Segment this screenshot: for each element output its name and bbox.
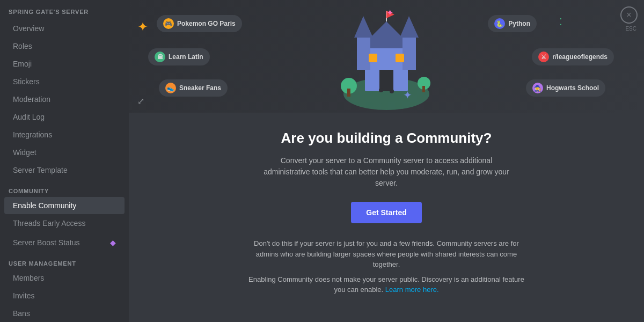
community-section-label: COMMUNITY <box>0 179 129 196</box>
svg-point-15 <box>390 89 394 93</box>
server-chip-pokemon: 🎮 Pokemon GO Paris <box>157 15 242 32</box>
sidebar-item-invites[interactable]: Invites <box>4 287 125 304</box>
svg-point-14 <box>379 88 383 92</box>
diamond-icon: ✦ <box>403 89 412 101</box>
server-name: Spring Gate's Server <box>0 0 129 19</box>
sidebar-item-threads-early-access[interactable]: Threads Early Access <box>4 215 125 232</box>
page-heading: Are you building a Community? <box>155 130 618 147</box>
sidebar-item-moderation[interactable]: Moderation <box>4 91 125 108</box>
hero-section: 🎮 Pokemon GO Paris 🐍 Python 🏛 Learn Lati… <box>129 0 644 113</box>
page-subtitle: Convert your server to a Community serve… <box>258 155 515 189</box>
sidebar-item-stickers[interactable]: Stickers <box>4 73 125 90</box>
sidebar-item-audit-log[interactable]: Audit Log <box>4 108 125 126</box>
notice-text-1: Don't do this if your server is just for… <box>247 238 526 270</box>
learn-more-link[interactable]: Learn more here. <box>385 286 439 294</box>
chip-icon-sneaker: 👟 <box>165 83 176 93</box>
server-chip-python: 🐍 Python <box>488 15 537 32</box>
svg-rect-11 <box>347 89 350 97</box>
dots-icon: ⁚ <box>559 16 562 28</box>
sidebar-item-bans[interactable]: Bans <box>4 305 125 322</box>
chip-icon-python: 🐍 <box>494 18 505 29</box>
server-chip-sneaker: 👟 Sneaker Fans <box>159 79 228 97</box>
sidebar-item-emoji[interactable]: Emoji <box>4 55 125 72</box>
svg-rect-5 <box>402 38 416 70</box>
sidebar-item-server-template[interactable]: Server Template <box>4 162 125 179</box>
chip-icon-hogwarts: 🧙 <box>532 83 543 93</box>
star-icon-1: ✦ <box>137 19 148 34</box>
user-management-section-label: USER MANAGEMENT <box>0 252 129 269</box>
svg-rect-8 <box>369 54 377 62</box>
star-icon-2: ✦ <box>386 8 393 18</box>
esc-label: ESC <box>625 26 636 32</box>
content-section: Are you building a Community? Convert yo… <box>129 113 644 317</box>
sidebar-item-roles[interactable]: Roles <box>4 38 125 55</box>
chip-icon-lol: ⚔ <box>538 52 549 62</box>
get-started-button[interactable]: Get Started <box>351 202 421 223</box>
svg-marker-4 <box>354 16 373 38</box>
sidebar-item-server-boost-status[interactable]: Server Boost Status ◆ <box>4 234 125 251</box>
boost-diamond-icon: ◆ <box>110 238 116 247</box>
server-chip-lol: ⚔ r/leagueoflegends <box>532 48 614 65</box>
notice-text-2: Enabling Community does not make your se… <box>247 274 526 295</box>
main-content: 🎮 Pokemon GO Paris 🐍 Python 🏛 Learn Lati… <box>129 0 644 322</box>
svg-rect-9 <box>396 54 404 62</box>
close-button[interactable]: × <box>620 6 638 24</box>
svg-rect-3 <box>357 38 370 70</box>
sidebar-item-widget[interactable]: Widget <box>4 144 125 161</box>
expand-icon[interactable]: ⤢ <box>137 96 144 106</box>
svg-rect-13 <box>422 86 425 92</box>
sidebar-item-overview[interactable]: Overview <box>4 20 125 37</box>
chip-icon-pokemon: 🎮 <box>163 18 174 29</box>
sidebar: Spring Gate's Server Overview Roles Emoj… <box>0 0 129 322</box>
server-chip-hogwarts: 🧙 Hogwarts School <box>526 79 605 97</box>
sidebar-item-integrations[interactable]: Integrations <box>4 126 125 143</box>
server-chip-latin: 🏛 Learn Latin <box>148 48 210 65</box>
svg-rect-7 <box>379 70 393 91</box>
svg-marker-6 <box>400 16 419 38</box>
sidebar-item-enable-community[interactable]: Enable Community <box>4 197 125 214</box>
chip-icon-latin: 🏛 <box>155 52 165 62</box>
sidebar-item-members[interactable]: Members <box>4 269 125 287</box>
